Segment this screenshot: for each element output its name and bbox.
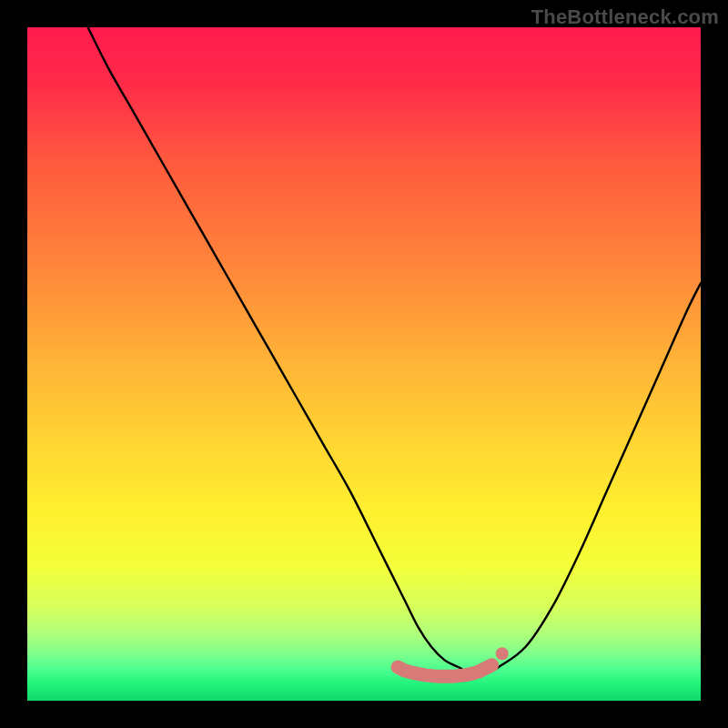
- chart-frame: TheBottleneck.com: [0, 0, 728, 728]
- plot-area: [27, 27, 701, 701]
- optimal-range-end-dot: [496, 647, 509, 660]
- watermark-label: TheBottleneck.com: [531, 5, 719, 29]
- gradient-background: [27, 27, 701, 701]
- chart-svg: [27, 27, 701, 701]
